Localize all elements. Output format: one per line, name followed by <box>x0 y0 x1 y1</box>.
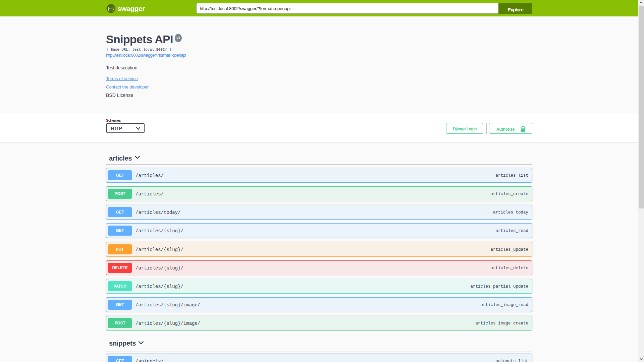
svg-text:{: { <box>108 6 109 11</box>
svg-text:}: } <box>112 6 114 11</box>
